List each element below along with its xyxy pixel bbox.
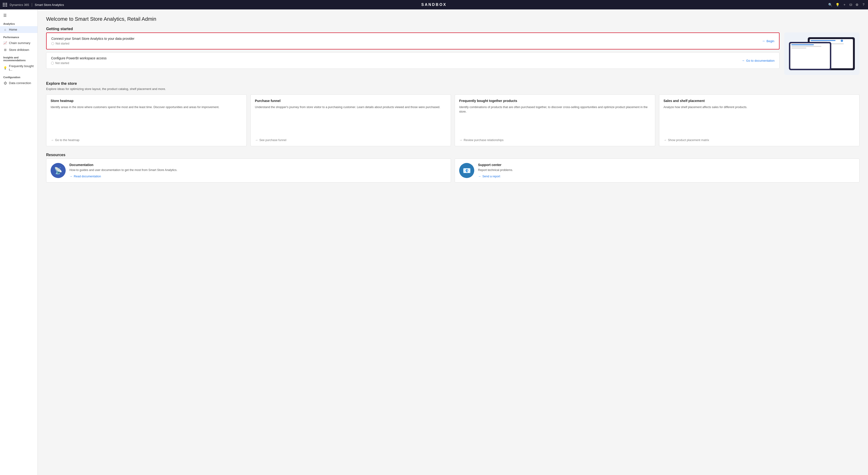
gs-card-connect-left: Connect your Smart Store Analytics to yo…: [51, 37, 134, 45]
gs-card-powerbi: Configure PowerBI workspace access Not s…: [46, 52, 779, 69]
page-title: Welcome to Smart Store Analytics, Retail…: [46, 16, 860, 22]
tablet-line-7: [791, 48, 806, 49]
support-title: Support center: [478, 163, 513, 167]
sidebar-item-frequently-bought[interactable]: 💡 Frequently bought t...: [0, 63, 37, 73]
gs-card-connect-title: Connect your Smart Store Analytics to yo…: [51, 37, 134, 40]
resource-card-support: 📧 Support center Report technical proble…: [455, 158, 860, 182]
tablet-line-1: [811, 40, 836, 41]
tablet-front-screen: [790, 43, 830, 69]
arrow-right-icon-2: →: [741, 59, 745, 62]
support-link-label: Send a report: [483, 175, 500, 178]
support-icon-circle: 📧: [459, 163, 474, 178]
getting-started-wrapper: Connect your Smart Store Analytics to yo…: [46, 32, 860, 75]
gs-status-label-1: Not started: [56, 42, 69, 45]
hamburger-menu-icon[interactable]: ☰: [0, 11, 37, 20]
resource-card-documentation: 📡 Documentation How-to guides and user d…: [46, 158, 451, 182]
gs-card-powerbi-action[interactable]: → Go to documentation: [741, 59, 775, 62]
documentation-icon-circle: 📡: [51, 163, 66, 178]
question-icon[interactable]: ？: [862, 3, 865, 7]
app-body: ☰ Analytics ⌂ Home Performance 📈 Chain s…: [0, 9, 868, 475]
table-icon: ⊞: [3, 48, 7, 52]
performance-section-label: Performance: [0, 33, 37, 39]
explore-card-heatmap-link[interactable]: → Go to the heatmap: [51, 138, 242, 142]
topbar-left: Dynamics 365 | Smart Store Analytics: [3, 3, 64, 7]
frequently-bought-label: Frequently bought t...: [9, 64, 34, 71]
app-name[interactable]: Smart Store Analytics: [35, 3, 64, 7]
sidebar-item-data-connection[interactable]: ⏻ Data connection: [0, 80, 37, 86]
radio-not-started-2: [51, 62, 54, 64]
sidebar-item-home-label: Home: [9, 28, 17, 31]
documentation-link-arrow: →: [69, 175, 72, 178]
heatmap-link-arrow: →: [51, 138, 54, 142]
explore-card-heatmap: Store heatmap Identify areas in the stor…: [46, 94, 247, 146]
getting-started-cards: Connect your Smart Store Analytics to yo…: [46, 32, 779, 75]
gs-card-connect: Connect your Smart Store Analytics to yo…: [46, 32, 779, 50]
explore-subtitle: Explore ideas for optimizing store layou…: [46, 87, 860, 91]
gs-action-label-2: Go to documentation: [746, 59, 775, 62]
tablet-front: [789, 42, 831, 70]
gs-card-connect-status: Not started: [51, 42, 134, 45]
chart-line-icon: 📈: [3, 41, 7, 45]
topbar-right: 🔍 💡 ＋ ⛁ ⚙ ？: [828, 3, 865, 7]
lightbulb-icon[interactable]: 💡: [836, 3, 839, 7]
hero-image: [784, 32, 860, 75]
documentation-title: Documentation: [69, 163, 178, 167]
apps-menu-icon[interactable]: [3, 3, 7, 7]
blue-dot-decoration: [841, 39, 843, 42]
support-desc: Report technical problems.: [478, 168, 513, 172]
brand-name[interactable]: Dynamics 365: [10, 3, 29, 7]
insights-section-label: Insights and recommendations: [0, 53, 37, 63]
radio-not-started-1: [51, 42, 54, 45]
explore-cards: Store heatmap Identify areas in the stor…: [46, 94, 860, 146]
explore-card-funnel-title: Purchase funnel: [255, 99, 446, 103]
filter-icon[interactable]: ⛁: [849, 3, 852, 7]
documentation-link[interactable]: → Read documentation: [69, 175, 178, 178]
configuration-section-label: Configuration: [0, 73, 37, 80]
home-icon: ⌂: [3, 28, 7, 31]
explore-title: Explore the store: [46, 82, 860, 86]
explore-card-funnel-link[interactable]: → See purchase funnel: [255, 138, 446, 142]
sidebar-item-store-drilldown[interactable]: ⊞ Store drilldown: [0, 47, 37, 53]
plus-icon[interactable]: ＋: [843, 3, 846, 7]
tablet-line-5: [791, 44, 814, 45]
frequently-bought-link-arrow: →: [459, 138, 462, 142]
getting-started-title: Getting started: [46, 27, 860, 31]
explore-card-funnel: Purchase funnel Understand the shopper's…: [250, 94, 451, 146]
gs-status-label-2: Not started: [55, 61, 69, 65]
sidebar: ☰ Analytics ⌂ Home Performance 📈 Chain s…: [0, 9, 38, 475]
topbar: Dynamics 365 | Smart Store Analytics SAN…: [0, 0, 868, 9]
funnel-link-label: See purchase funnel: [259, 139, 286, 142]
explore-card-heatmap-title: Store heatmap: [51, 99, 242, 103]
explore-card-frequently-bought-link[interactable]: → Review purchase relationships: [459, 138, 651, 142]
funnel-link-arrow: →: [255, 138, 258, 142]
main-content: Welcome to Smart Store Analytics, Retail…: [38, 9, 868, 475]
sidebar-item-home[interactable]: ⌂ Home: [0, 26, 37, 33]
tablet-line-6: [791, 46, 822, 47]
explore-card-frequently-bought-title: Frequently bought together products: [459, 99, 651, 103]
gs-card-powerbi-status: Not started: [51, 61, 106, 65]
analytics-section-label: Analytics: [0, 20, 37, 26]
search-icon[interactable]: 🔍: [828, 3, 832, 7]
gs-card-powerbi-left: Configure PowerBI workspace access Not s…: [51, 56, 106, 65]
support-link-arrow: →: [478, 175, 481, 178]
store-drilldown-label: Store drilldown: [9, 48, 29, 52]
gear-icon[interactable]: ⚙: [856, 3, 859, 7]
resources-title: Resources: [46, 153, 860, 157]
hero-tablets: [784, 32, 860, 75]
support-link[interactable]: → Send a report: [478, 175, 513, 178]
plug-icon: ⏻: [3, 81, 7, 85]
gs-action-label-1: Begin: [767, 39, 774, 43]
data-connection-label: Data connection: [9, 81, 31, 85]
documentation-desc: How-to guides and user documentation to …: [69, 168, 178, 172]
lightbulb-small-icon: 💡: [3, 66, 7, 70]
documentation-content: Documentation How-to guides and user doc…: [69, 163, 178, 178]
shelf-link-arrow: →: [663, 138, 666, 142]
explore-card-shelf-link[interactable]: → Show product placement matrix: [663, 138, 855, 142]
explore-card-shelf-desc: Analyze how shelf placement affects sale…: [663, 105, 855, 136]
chain-summary-label: Chain summary: [9, 41, 30, 45]
support-icon: 📧: [463, 167, 471, 175]
gs-card-connect-action[interactable]: → Begin: [762, 39, 774, 43]
explore-card-shelf-title: Sales and shelf placement: [663, 99, 855, 103]
resources-cards: 📡 Documentation How-to guides and user d…: [46, 158, 860, 182]
sidebar-item-chain-summary[interactable]: 📈 Chain summary: [0, 39, 37, 47]
